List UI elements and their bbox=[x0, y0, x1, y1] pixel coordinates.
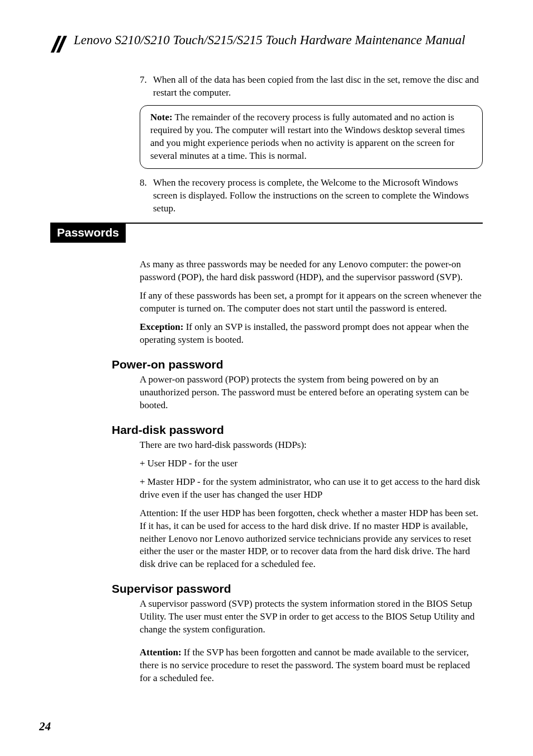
subheading-hard-disk: Hard-disk password bbox=[112, 423, 483, 437]
body-text: There are two hard-disk passwords (HDPs)… bbox=[140, 439, 483, 452]
document-title: Lenovo S210/S210 Touch/S215/S215 Touch H… bbox=[74, 32, 465, 49]
body-text: Attention: If the user HDP has been forg… bbox=[140, 507, 483, 571]
attention-label: Attention: bbox=[140, 647, 182, 658]
step-text: When all of the data has been copied fro… bbox=[153, 74, 483, 100]
attention-body: If the SVP has been forgotten and cannot… bbox=[140, 647, 470, 683]
body-text: As many as three passwords may be needed… bbox=[140, 258, 483, 284]
step-number: 8. bbox=[140, 177, 153, 215]
subheading-power-on: Power-on password bbox=[112, 358, 483, 371]
note-label: Note: bbox=[150, 112, 173, 122]
subheading-supervisor: Supervisor password bbox=[112, 582, 483, 596]
body-text: Attention: If the SVP has been forgotten… bbox=[140, 646, 483, 685]
body-text: If any of these passwords has been set, … bbox=[140, 290, 483, 315]
exception-body: If only an SVP is installed, the passwor… bbox=[140, 322, 469, 345]
logo-stripes-icon bbox=[50, 36, 70, 53]
page-number: 24 bbox=[39, 720, 51, 734]
note-box: Note: The remainder of the recovery proc… bbox=[140, 105, 483, 169]
note-body: The remainder of the recovery process is… bbox=[150, 112, 465, 161]
step-text: When the recovery process is complete, t… bbox=[153, 177, 483, 215]
body-text: + User HDP - for the user bbox=[140, 457, 483, 470]
step-number: 7. bbox=[140, 74, 153, 100]
body-text: A power-on password (POP) protects the s… bbox=[140, 374, 483, 412]
body-text: + Master HDP - for the system administra… bbox=[140, 476, 483, 502]
body-text: Exception: If only an SVP is installed, … bbox=[140, 321, 483, 347]
exception-label: Exception: bbox=[140, 322, 183, 332]
section-heading: Passwords bbox=[50, 224, 126, 243]
body-text: A supervisor password (SVP) protects the… bbox=[140, 598, 483, 636]
section-heading-bar: Passwords bbox=[50, 223, 483, 243]
